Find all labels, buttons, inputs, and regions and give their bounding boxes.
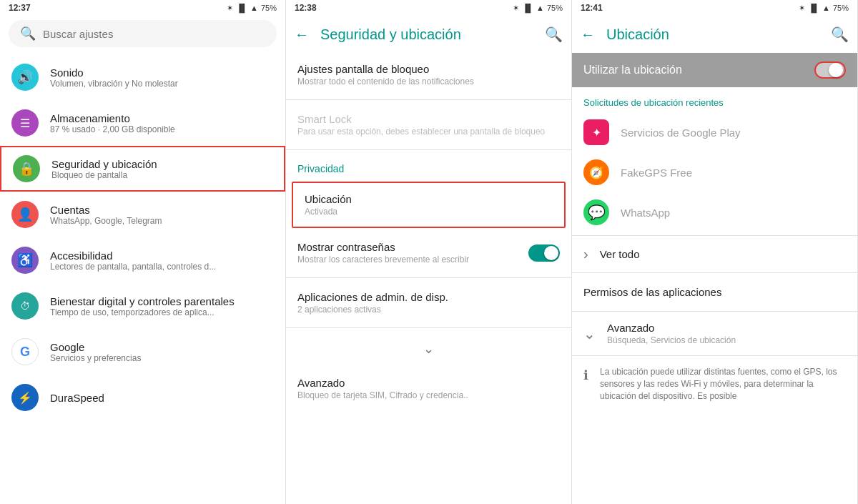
settings-item-accesibilidad[interactable]: ♿ Accesibilidad Lectores de pantalla, pa… <box>0 237 285 283</box>
divider-p3-4 <box>572 355 857 356</box>
permisos-row[interactable]: Permisos de las aplicaciones <box>572 276 857 308</box>
google-icon-circle: G <box>11 338 39 365</box>
ajustes-pantalla-bloqueo[interactable]: Ajustes pantalla de bloqueo Mostrar todo… <box>286 53 571 97</box>
cuentas-icon: 👤 <box>17 207 33 222</box>
ubicacion-highlighted-box[interactable]: Ubicación Activada <box>292 182 566 228</box>
cuentas-subtitle: WhatsApp, Google, Telegram <box>50 216 236 226</box>
info-text: La ubicación puede utilizar distintas fu… <box>600 366 846 402</box>
app-item-fakegps[interactable]: 🧭 FakeGPS Free <box>572 152 857 192</box>
app-item-google-play[interactable]: ✦ Servicios de Google Play <box>572 112 857 152</box>
sonido-icon-circle: 🔊 <box>11 64 39 91</box>
bienestar-icon-circle: ⏱ <box>11 292 39 320</box>
seguridad-title: Seguridad y ubicación <box>51 158 272 170</box>
fakegps-name: FakeGPS Free <box>621 167 692 179</box>
search-bar[interactable]: 🔍 <box>9 20 277 47</box>
back-button-2[interactable]: ← <box>295 26 309 43</box>
duraspeed-icon: ⚡ <box>18 391 32 405</box>
header-ubicacion: ← Ubicación 🔍 <box>572 16 857 53</box>
google-play-name: Servicios de Google Play <box>621 127 741 139</box>
wifi-icon-3: ▲ <box>822 4 830 12</box>
utilizar-ubicacion-row[interactable]: Utilizar la ubicación <box>572 53 857 87</box>
ubicacion-row[interactable]: Ubicación Activada <box>293 183 564 227</box>
google-play-icon: ✦ <box>583 119 609 145</box>
settings-item-sonido[interactable]: 🔊 Sonido Volumen, vibración y No molesta… <box>0 54 285 100</box>
panel3-title: Ubicación <box>606 26 831 43</box>
search-icon-3[interactable]: 🔍 <box>831 26 849 43</box>
seguridad-text: Seguridad y ubicación Bloqueo de pantall… <box>51 158 272 180</box>
sonido-title: Sonido <box>50 66 274 79</box>
status-bar-1: 12:37 ✶ ▐▌ ▲ 75% <box>0 0 285 16</box>
almacenamiento-icon-circle: ☰ <box>11 109 39 137</box>
status-icons-1: ✶ ▐▌ ▲ 75% <box>227 4 277 13</box>
avanzado-text-p3: Avanzado Búsqueda, Servicios de ubicació… <box>607 322 736 345</box>
cuentas-text: Cuentas WhatsApp, Google, Telegram <box>50 204 274 226</box>
permisos-title: Permisos de las aplicaciones <box>583 286 846 298</box>
bienestar-subtitle: Tiempo de uso, temporizadores de aplica.… <box>50 307 236 317</box>
admin-disp[interactable]: Aplicaciones de admin. de disp. 2 aplica… <box>286 281 571 325</box>
avanzado-row-p3[interactable]: ⌄ Avanzado Búsqueda, Servicios de ubicac… <box>572 315 857 352</box>
ubicacion-toggle[interactable] <box>814 61 846 79</box>
status-icons-2: ✶ ▐▌ ▲ 75% <box>513 4 563 13</box>
ubicacion-title: Ubicación <box>305 193 553 205</box>
panel-settings-list: 12:37 ✶ ▐▌ ▲ 75% 🔍 🔊 Sonido Volumen, vib… <box>0 0 286 504</box>
mostrar-contrasenas[interactable]: Mostrar contraseñas Mostrar los caracter… <box>286 231 571 275</box>
google-icon: G <box>20 345 30 360</box>
settings-item-bienestar[interactable]: ⏱ Bienestar digital y controles parental… <box>0 283 285 329</box>
seguridad-subtitle: Bloqueo de pantalla <box>51 170 237 180</box>
divider-2 <box>286 149 571 150</box>
scroll-down-chevron[interactable]: ⌄ <box>286 331 571 367</box>
google-text: Google Servicios y preferencias <box>50 341 274 363</box>
settings-item-seguridad[interactable]: 🔒 Seguridad y ubicación Bloqueo de panta… <box>0 146 285 192</box>
sonido-text: Sonido Volumen, vibración y No molestar <box>50 66 274 89</box>
avanzado-row-p2[interactable]: Avanzado Bloqueo de tarjeta SIM, Cifrado… <box>286 367 571 410</box>
settings-item-cuentas[interactable]: 👤 Cuentas WhatsApp, Google, Telegram <box>0 192 285 237</box>
time-3: 12:41 <box>581 3 603 13</box>
toggle-off-knob <box>829 63 843 77</box>
seguridad-icon: 🔒 <box>19 161 34 177</box>
solicitudes-label: Solicitudes de ubicación recientes <box>572 87 857 112</box>
mostrar-contrasenas-title: Mostrar contraseñas <box>297 241 528 253</box>
status-bar-3: 12:41 ✶ ▐▌ ▲ 75% <box>572 0 857 16</box>
time-1: 12:37 <box>9 3 31 13</box>
whatsapp-name: WhatsApp <box>621 207 670 219</box>
avanzado-title-p3: Avanzado <box>607 322 736 334</box>
app-item-whatsapp[interactable]: 💬 WhatsApp <box>572 192 857 232</box>
info-section: ℹ La ubicación puede utilizar distintas … <box>572 359 857 409</box>
seguridad-icon-circle: 🔒 <box>13 155 40 182</box>
duraspeed-title: DuraSpeed <box>50 392 274 404</box>
cuentas-title: Cuentas <box>50 204 274 216</box>
back-button-3[interactable]: ← <box>581 26 595 43</box>
admin-disp-title: Aplicaciones de admin. de disp. <box>297 291 560 303</box>
accesibilidad-title: Accesibilidad <box>50 249 274 262</box>
search-input[interactable] <box>43 28 265 40</box>
toggle-knob <box>544 246 558 260</box>
status-icons-3: ✶ ▐▌ ▲ 75% <box>799 4 849 13</box>
settings-item-duraspeed[interactable]: ⚡ DuraSpeed <box>0 375 285 420</box>
utilizar-label: Utilizar la ubicación <box>583 64 682 76</box>
divider-p3-3 <box>572 311 857 312</box>
bienestar-icon: ⏱ <box>20 300 30 312</box>
ver-todo-row[interactable]: › Ver todo <box>572 239 857 270</box>
settings-item-google[interactable]: G Google Servicios y preferencias <box>0 329 285 375</box>
time-2: 12:38 <box>295 3 317 13</box>
signal-icon-2: ▐▌ <box>522 4 533 12</box>
google-subtitle: Servicios y preferencias <box>50 353 236 363</box>
whatsapp-icon: 💬 <box>583 199 609 225</box>
bluetooth-icon-2: ✶ <box>513 4 519 13</box>
info-icon: ℹ <box>583 367 588 383</box>
duraspeed-text: DuraSpeed <box>50 392 274 404</box>
settings-item-almacenamiento[interactable]: ☰ Almacenamiento 87 % usado · 2,00 GB di… <box>0 100 285 146</box>
settings-list: 🔊 Sonido Volumen, vibración y No molesta… <box>0 54 285 504</box>
divider-p3-2 <box>572 272 857 273</box>
sonido-icon: 🔊 <box>17 69 33 85</box>
smart-lock[interactable]: Smart Lock Para usar esta opción, debes … <box>286 103 571 147</box>
ubicacion-sub: Activada <box>305 207 553 217</box>
cuentas-icon-circle: 👤 <box>11 201 39 228</box>
status-bar-2: 12:38 ✶ ▐▌ ▲ 75% <box>286 0 571 16</box>
duraspeed-icon-circle: ⚡ <box>11 384 39 411</box>
avanzado-sub-p2: Bloqueo de tarjeta SIM, Cifrado y creden… <box>297 390 560 400</box>
almacenamiento-text: Almacenamiento 87 % usado · 2,00 GB disp… <box>50 112 274 134</box>
bluetooth-icon-3: ✶ <box>799 4 805 13</box>
mostrar-contrasenas-toggle[interactable] <box>528 244 560 262</box>
search-icon-2[interactable]: 🔍 <box>545 26 563 43</box>
